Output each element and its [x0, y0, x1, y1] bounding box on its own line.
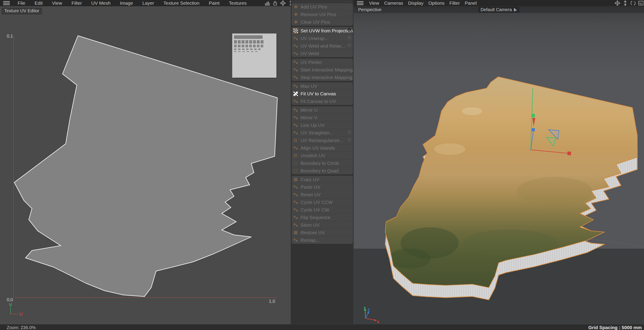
command-uv-weld[interactable]: UV Weld [292, 50, 353, 57]
command-cycle-uv-cw[interactable]: Cycle UV CW [292, 206, 353, 214]
menu-uv-mesh[interactable]: UV Mesh [87, 0, 115, 6]
maximize-icon[interactable] [638, 0, 644, 6]
command-restore-uv[interactable]: Restore UV [292, 229, 353, 236]
command-uv-straighten[interactable]: UV Straighten...⚙ [292, 129, 353, 136]
menu-edit[interactable]: Edit [30, 0, 47, 6]
projection-checker-icon [293, 28, 298, 34]
options-gear-icon[interactable]: ⚙ [347, 137, 352, 142]
command-remap[interactable]: Remap... [292, 236, 353, 244]
command-store-uv[interactable]: Store UV [292, 221, 353, 229]
menu-filter[interactable]: Filter [447, 0, 462, 6]
command-uv-unwrap[interactable]: UV Unwrap...⚙ [292, 34, 353, 42]
rotate-icon[interactable] [630, 0, 636, 6]
command-copy-uv[interactable]: Copy UV [292, 176, 353, 183]
command-line-up-uv[interactable]: Line Up UV [292, 121, 353, 129]
command-label: UV Unwrap... [300, 36, 328, 41]
status-bar: Zoom: 236.0% Grid Spacing : 5000 mm [0, 324, 644, 330]
menu-display[interactable]: Display [406, 0, 426, 6]
camera-selector[interactable]: Default Camera [478, 7, 520, 13]
menu-panel[interactable]: Panel [462, 0, 479, 6]
command-label: Remove UV Pins [300, 12, 336, 17]
command-mirror-u[interactable]: Mirror U [292, 106, 353, 114]
gizmo-y-handle[interactable] [532, 114, 535, 117]
command-fit-canvas-to-uv[interactable]: Fit Canvas to UV [292, 97, 353, 105]
command-label: UV Straighten... [300, 130, 334, 136]
command-label: UV Rectangularize... [300, 138, 344, 143]
gizmo-x-handle[interactable] [568, 152, 571, 155]
histogram-icon[interactable] [264, 0, 270, 6]
panel-grip-handle[interactable] [292, 1, 352, 1]
menu-options[interactable]: Options [426, 0, 447, 6]
command-label: Set UVW from Projection... [300, 28, 353, 34]
command-mirror-v[interactable]: Mirror V [292, 114, 353, 121]
command-stop-interactive-mapping[interactable]: Stop Interactive Mapping [292, 74, 353, 81]
view-label[interactable]: Perspective [358, 7, 382, 12]
menu-cameras[interactable]: Cameras [382, 0, 406, 6]
command-align-uv-islands[interactable]: Align UV Islands [292, 144, 353, 152]
options-gear-icon[interactable]: ⚙ [347, 35, 352, 40]
zoom-icon[interactable] [622, 0, 628, 6]
command-group: UV PeelerStart Interactive MappingStop I… [292, 58, 353, 81]
uv-pin-add-icon [293, 4, 298, 10]
command-fit-uv-to-canvas[interactable]: Fit UV to Canvas [292, 90, 353, 97]
align-islands-icon [293, 145, 298, 151]
menu-textures[interactable]: Textures [224, 0, 251, 6]
menu-view[interactable]: View [47, 0, 67, 6]
command-clear-uv-pins[interactable]: Clear UV Pins [292, 18, 353, 26]
axis-x-label: X [377, 320, 380, 324]
menu-paint[interactable]: Paint [204, 0, 224, 6]
gizmo-z-handle[interactable] [532, 128, 535, 131]
uv-straighten-icon [293, 130, 298, 136]
rectangularize-icon [293, 138, 298, 143]
uv-editor-viewport[interactable]: V U Texture UV Editor 0,1 0,0 1,0 [0, 6, 291, 324]
command-cycle-uv-ccw[interactable]: Cycle UV CCW [292, 198, 353, 206]
menu-hamburger-icon[interactable] [3, 1, 10, 5]
paste-uv-icon [293, 184, 298, 190]
command-set-uvw-from-projection[interactable]: Set UVW from Projection...⚙ [292, 27, 353, 34]
command-unstitch-uv[interactable]: Unstitch UV [292, 152, 353, 159]
menu-hamburger-icon[interactable] [357, 1, 364, 5]
pan-icon[interactable] [280, 0, 286, 6]
command-paste-uv[interactable]: Paste UV [292, 183, 353, 191]
command-uv-rectangularize[interactable]: UV Rectangularize...⚙ [292, 136, 353, 144]
options-gear-icon[interactable]: ⚙ [347, 129, 352, 135]
uv-pin-remove-icon [293, 12, 298, 17]
menu-image[interactable]: Image [115, 0, 138, 6]
uv-coord-1-0: 1,0 [269, 299, 275, 304]
options-gear-icon[interactable]: ⚙ [347, 42, 352, 48]
menu-file[interactable]: File [13, 0, 30, 6]
perspective-viewport[interactable]: Y Z X Perspective Default Camera [354, 6, 644, 324]
command-boundary-to-circle[interactable]: Boundary to Circle [292, 159, 353, 167]
uv-axis-gizmo: V U [9, 302, 23, 317]
command-label: Cycle UV CCW [300, 200, 333, 205]
grid-spacing-status: Grid Spacing : 5000 mm [588, 325, 642, 330]
texture-preview-thumbnail[interactable] [232, 34, 276, 78]
command-add-uv-pins[interactable]: Add UV Pins [292, 3, 353, 10]
command-boundary-to-quad[interactable]: Boundary to Quad [292, 167, 353, 174]
command-label: Restore UV [300, 230, 325, 235]
command-label: Boundary to Quad [300, 168, 338, 174]
command-max-uv[interactable]: Max UV [292, 82, 353, 90]
command-label: Unstitch UV [300, 153, 325, 158]
restore-uv-icon [293, 230, 298, 235]
uv-weld-relax-icon [293, 43, 298, 49]
menu-filter[interactable]: Filter [67, 0, 87, 6]
command-flip-sequence[interactable]: Flip Sequence [292, 214, 353, 221]
pan-icon[interactable] [614, 0, 620, 6]
command-reset-uv[interactable]: Reset UV [292, 191, 353, 198]
perspective-canvas[interactable]: Y Z X [354, 6, 644, 324]
lock-icon[interactable] [272, 0, 278, 6]
menu-layer[interactable]: Layer [138, 0, 159, 6]
menu-view[interactable]: View [367, 0, 382, 6]
max-uv-icon [293, 84, 298, 89]
viewport-menubar: ViewCamerasDisplayOptionsFilterPanel [354, 0, 644, 6]
options-gear-icon[interactable]: ⚙ [347, 27, 352, 33]
command-start-interactive-mapping[interactable]: Start Interactive Mapping [292, 66, 353, 74]
menu-texture-selection[interactable]: Texture Selection [159, 0, 204, 6]
unstitch-icon [293, 153, 298, 158]
command-uv-peeler[interactable]: UV Peeler [292, 58, 353, 66]
fit-uv-canvas-icon [293, 91, 298, 96]
command-uv-weld-and-relax[interactable]: UV Weld and Relax...⚙ [292, 42, 353, 50]
panel-grip-handle[interactable] [292, 2, 352, 2]
command-remove-uv-pins[interactable]: Remove UV Pins [292, 10, 353, 18]
